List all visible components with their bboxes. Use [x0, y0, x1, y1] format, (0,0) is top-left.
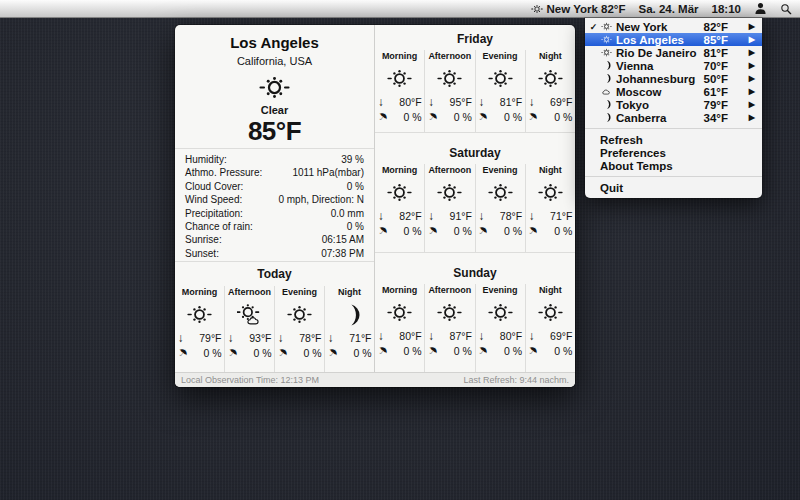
down-arrow-icon: ↓ — [528, 331, 534, 341]
menubar-weather-item[interactable]: New York 82°F — [531, 0, 626, 17]
down-arrow-icon: ↓ — [478, 211, 484, 221]
slot-temperature: ↓71°F — [528, 210, 572, 222]
sun-icon — [175, 71, 374, 103]
detail-value: 06:15 AM — [322, 233, 364, 246]
sun-icon — [599, 47, 614, 58]
menu-item-los-angeles[interactable]: Los Angeles 85°F ▶ — [585, 33, 762, 46]
menubar-clock[interactable]: 18:10 — [712, 0, 741, 17]
detail-value: 0 mph, Direction: N — [278, 193, 364, 206]
sun-icon — [538, 177, 563, 208]
menu-item-new-york[interactable]: ✓ New York 82°F ▶ — [585, 20, 762, 33]
panel-region: California, USA — [175, 55, 374, 67]
moon-icon — [599, 112, 614, 123]
umbrella-icon: ☂ — [376, 110, 390, 124]
forecast-slot: Morning ↓82°F ☂0 % — [375, 164, 425, 252]
condition-label: Clear — [175, 104, 374, 116]
precip-value: 0 % — [554, 111, 572, 123]
umbrella-icon: ☂ — [426, 344, 440, 358]
panel-footer: Local Observation Time: 12:13 PM Last Re… — [175, 372, 575, 387]
city-name: Los Angeles — [614, 34, 704, 46]
menubar-weather-label: New York 82°F — [547, 3, 626, 15]
slot-precipitation: ☂0 % — [378, 345, 422, 357]
slot-label: Morning — [382, 165, 418, 175]
day-title: Today — [175, 267, 374, 281]
day-title: Sunday — [375, 266, 575, 280]
sun-cloud-icon — [237, 299, 262, 330]
moon-icon — [599, 73, 614, 84]
sun-icon — [387, 297, 412, 328]
slot-precipitation: ☂0 % — [528, 225, 572, 237]
temperature-value: 81°F — [500, 96, 522, 108]
submenu-arrow-icon: ▶ — [728, 35, 762, 44]
temperature-value: 87°F — [450, 330, 472, 342]
menu-item-rio-de-janeiro[interactable]: Rio De Janeiro 81°F ▶ — [585, 46, 762, 59]
sun-icon — [387, 63, 412, 94]
spotlight-search-icon[interactable] — [780, 0, 792, 17]
menu-item-canberra[interactable]: Canberra 34°F ▶ — [585, 111, 762, 124]
detail-value: 07:38 PM — [321, 247, 364, 260]
menu-item-preferences[interactable]: Preferences — [585, 146, 762, 159]
slot-precipitation: ☂0 % — [528, 345, 572, 357]
sun-icon — [437, 297, 462, 328]
umbrella-icon: ☂ — [526, 224, 540, 238]
submenu-arrow-icon: ▶ — [728, 74, 762, 83]
sun-icon — [488, 63, 513, 94]
slot-label: Evening — [483, 285, 518, 295]
city-temp: 79°F — [704, 99, 728, 111]
slot-label: Night — [539, 51, 562, 61]
detail-label: Wind Speed: — [185, 193, 242, 206]
temperature-value: 79°F — [199, 332, 221, 344]
desktop-background: New York 82°F Sa. 24. Mär 18:10 Los Ange… — [0, 0, 800, 500]
slot-temperature: ↓71°F — [328, 332, 372, 344]
umbrella-icon: ☂ — [476, 110, 490, 124]
slot-precipitation: ☂0 % — [528, 111, 572, 123]
slot-temperature: ↓87°F — [428, 330, 472, 342]
menu-item-quit[interactable]: Quit — [585, 181, 762, 194]
menu-item-moscow[interactable]: Moscow 61°F ▶ — [585, 85, 762, 98]
city-name: Johannesburg — [614, 73, 704, 85]
umbrella-icon: ☂ — [175, 346, 189, 360]
panel-city-title: Los Angeles — [175, 34, 374, 51]
forecast-slot: Night ↓69°F ☂0 % — [526, 284, 575, 372]
forecast-slot: Afternoon ↓95°F ☂0 % — [425, 50, 475, 132]
down-arrow-icon: ↓ — [528, 97, 534, 107]
slot-precipitation: ☂0 % — [328, 347, 372, 359]
slot-label: Afternoon — [428, 285, 471, 295]
sun-icon — [437, 177, 462, 208]
forecast-slot: Night ↓71°F ☂0 % — [526, 164, 575, 252]
slot-label: Night — [338, 287, 361, 297]
menu-item-vienna[interactable]: Vienna 70°F ▶ — [585, 59, 762, 72]
down-arrow-icon: ↓ — [428, 211, 434, 221]
umbrella-icon: ☂ — [476, 344, 490, 358]
menubar-date[interactable]: Sa. 24. Mär — [638, 0, 698, 17]
city-dropdown-menu: ✓ New York 82°F ▶ Los Angeles 85°F ▶ Rio… — [585, 18, 762, 198]
precip-value: 0 % — [303, 347, 321, 359]
sun-icon — [538, 63, 563, 94]
umbrella-icon: ☂ — [275, 346, 289, 360]
forecast-slot: Afternoon ↓91°F ☂0 % — [425, 164, 475, 252]
slot-precipitation: ☂0 % — [478, 345, 522, 357]
menu-item-johannesburg[interactable]: Johannesburg 50°F ▶ — [585, 72, 762, 85]
detail-label: Sunset: — [185, 247, 219, 260]
city-temp: 50°F — [704, 73, 728, 85]
day-title: Friday — [375, 32, 575, 46]
slot-temperature: ↓69°F — [528, 330, 572, 342]
forecast-slot: Afternoon ↓87°F ☂0 % — [425, 284, 475, 372]
menu-item-about-temps[interactable]: About Temps — [585, 159, 762, 172]
temperature-value: 71°F — [349, 332, 371, 344]
slot-precipitation: ☂0 % — [228, 347, 272, 359]
city-name: Canberra — [614, 112, 704, 124]
menu-item-tokyo[interactable]: Tokyo 79°F ▶ — [585, 98, 762, 111]
detail-label: Cloud Cover: — [185, 180, 243, 193]
user-icon[interactable] — [754, 0, 767, 17]
slot-precipitation: ☂0 % — [428, 225, 472, 237]
detail-row: Humidity:39 % — [185, 153, 364, 166]
slot-label: Morning — [382, 51, 418, 61]
detail-row: Precipitation:0.0 mm — [185, 207, 364, 220]
day-title: Saturday — [375, 146, 575, 160]
city-name: Moscow — [614, 86, 704, 98]
slot-label: Night — [539, 285, 562, 295]
temperature-value: 82°F — [399, 210, 421, 222]
detail-row: Athmo. Pressure:1011 hPa(mbar) — [185, 166, 364, 179]
menu-item-refresh[interactable]: Refresh — [585, 133, 762, 146]
